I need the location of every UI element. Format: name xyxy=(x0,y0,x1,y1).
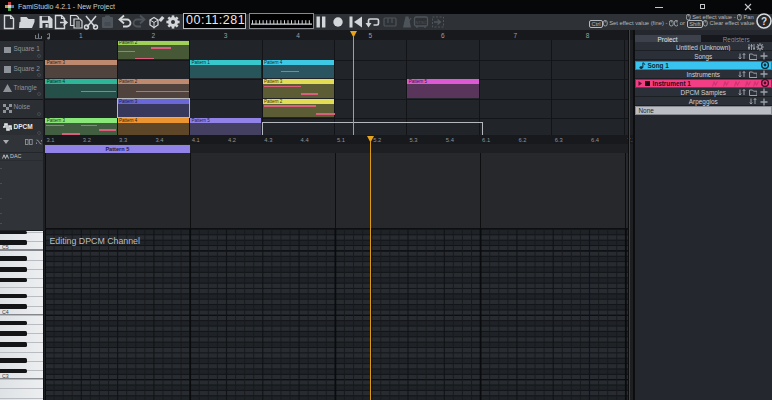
svg-text:NTSC: NTSC xyxy=(416,20,427,25)
svg-text:?: ? xyxy=(761,16,767,27)
